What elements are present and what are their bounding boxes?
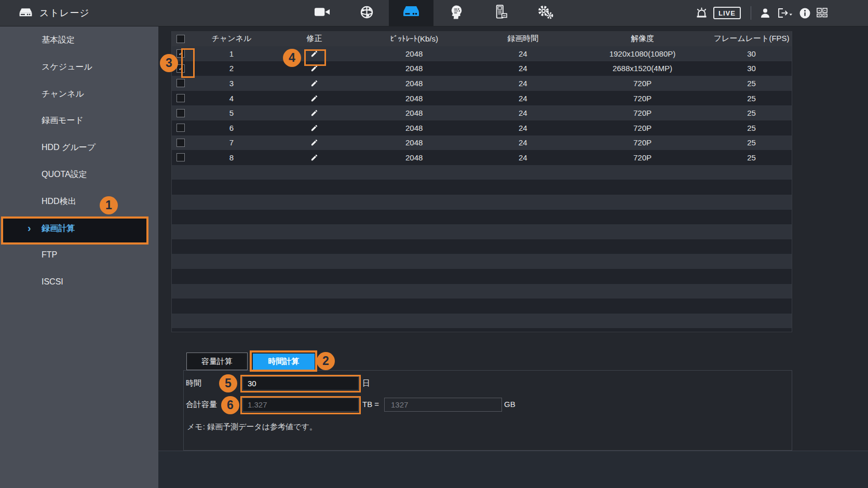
fps-cell: 30 — [711, 61, 792, 76]
nav-camera-tab[interactable] — [300, 0, 344, 26]
sidebar-item-label: 録画モード — [42, 115, 84, 126]
sidebar-item-4[interactable]: 録画モード — [0, 110, 158, 131]
camera-icon — [314, 5, 331, 21]
fps-cell: 25 — [711, 135, 792, 151]
channel-cell: 2 — [190, 61, 273, 76]
network-icon — [359, 4, 375, 22]
nav-device-tab[interactable] — [478, 0, 523, 26]
sidebar-item-label: QUOTA設定 — [42, 169, 87, 180]
row-checkbox[interactable] — [177, 153, 185, 161]
sidebar-item-3[interactable]: チャンネル — [0, 83, 158, 105]
live-button[interactable]: LIVE — [713, 7, 741, 19]
sidebar-item-label: 録画計算 — [42, 223, 75, 234]
sidebar-item-label: チャンネル — [42, 89, 84, 100]
table-row: 5204824720P25 — [172, 105, 792, 120]
edit-icon[interactable] — [310, 50, 318, 58]
nav-settings-tab[interactable] — [523, 0, 567, 26]
info-icon[interactable] — [799, 0, 810, 26]
resolution-cell: 720P — [574, 120, 712, 135]
sidebar-item-5[interactable]: HDD グループ — [0, 137, 158, 158]
gear-icon — [536, 4, 554, 22]
page-title: ストレージ — [39, 0, 90, 26]
tab-time-calc[interactable]: 時間計算 — [253, 354, 315, 370]
tb-equals-label: TB = — [362, 400, 379, 409]
fps-cell: 25 — [711, 150, 792, 165]
bitrate-cell: 2048 — [356, 76, 472, 91]
memo-note: メモ: 録画予測データは参考値です。 — [187, 422, 317, 432]
sidebar-item-label: HDD グループ — [42, 142, 96, 153]
row-checkbox[interactable] — [177, 109, 185, 117]
row-checkbox[interactable] — [177, 49, 185, 58]
edit-icon[interactable] — [310, 79, 318, 87]
channel-table: チャンネル修正ﾋﾞｯﾄﾚｰﾄ(Kb/s)録画時間解像度フレームレート(FPS) … — [171, 31, 792, 332]
time-days-input[interactable] — [242, 376, 359, 390]
capacity-tb-input — [242, 398, 359, 412]
sidebar-item-9[interactable]: FTP — [0, 244, 158, 266]
header-cell: チャンネル — [190, 31, 273, 46]
edit-icon[interactable] — [310, 94, 318, 102]
edit-icon[interactable] — [310, 124, 318, 132]
resolution-cell: 720P — [574, 135, 712, 151]
rec_time-cell: 24 — [472, 120, 574, 135]
rec_time-cell: 24 — [472, 105, 574, 120]
bitrate-cell: 2048 — [356, 91, 472, 106]
sidebar-item-1[interactable]: 基本設定 — [0, 29, 158, 51]
nav-storage-tab[interactable] — [389, 0, 433, 26]
sidebar-item-6[interactable]: QUOTA設定 — [0, 164, 158, 185]
edit-cell — [273, 135, 356, 151]
user-icon[interactable] — [759, 0, 771, 26]
table-body: 12048241920x1080(1080P)3022048242688x152… — [172, 46, 792, 332]
qr-code-icon[interactable] — [816, 0, 828, 26]
edit-cell — [273, 120, 356, 135]
logout-icon[interactable] — [777, 0, 793, 26]
sidebar-item-label: HDD検出 — [42, 196, 76, 207]
edit-cell — [273, 61, 356, 76]
edit-cell — [273, 91, 356, 106]
rec_time-cell: 24 — [472, 135, 574, 151]
sidebar-item-8[interactable]: ›録画計算 — [0, 218, 158, 239]
rec_time-cell: 24 — [472, 61, 574, 76]
rec_time-cell: 24 — [472, 91, 574, 106]
nav-ai-tab[interactable] — [433, 0, 478, 26]
edit-cell — [273, 46, 356, 61]
edit-icon[interactable] — [310, 139, 318, 146]
bitrate-cell: 2048 — [356, 150, 472, 165]
row-checkbox[interactable] — [177, 79, 185, 87]
channel-cell: 6 — [190, 120, 273, 135]
sidebar-item-7[interactable]: HDD検出 — [0, 191, 158, 212]
annotation-badge-2: 2 — [317, 352, 335, 370]
bitrate-cell: 2048 — [356, 105, 472, 120]
edit-icon[interactable] — [310, 109, 318, 117]
sidebar-item-label: スケジュール — [42, 62, 92, 73]
resolution-cell: 720P — [574, 76, 712, 91]
sidebar-item-label: FTP — [42, 250, 57, 260]
total-capacity-label: 合計容量 — [186, 400, 217, 410]
table-header: チャンネル修正ﾋﾞｯﾄﾚｰﾄ(Kb/s)録画時間解像度フレームレート(FPS) — [172, 31, 792, 46]
fps-cell: 30 — [711, 46, 792, 61]
table-row: 22048242688x1520(4MP)30 — [172, 61, 792, 76]
table-row: 4204824720P25 — [172, 91, 792, 106]
table-row: 6204824720P25 — [172, 120, 792, 135]
rec_time-cell: 24 — [472, 150, 574, 165]
row-checkbox[interactable] — [177, 124, 185, 132]
edit-cell — [273, 105, 356, 120]
table-row: 12048241920x1080(1080P)30 — [172, 46, 792, 61]
rec_time-cell: 24 — [472, 46, 574, 61]
chevron-right-icon: › — [28, 222, 31, 234]
nav-network-tab[interactable] — [344, 0, 389, 26]
tab-capacity-calc[interactable]: 容量計算 — [186, 353, 248, 370]
row-checkbox[interactable] — [177, 139, 185, 147]
topbar-divider — [751, 6, 751, 20]
sidebar-item-2[interactable]: スケジュール — [0, 56, 158, 78]
edit-icon[interactable] — [310, 64, 318, 72]
header-cell: フレームレート(FPS) — [711, 31, 792, 46]
edit-icon[interactable] — [310, 154, 318, 161]
row-checkbox[interactable] — [177, 64, 185, 73]
fps-cell: 25 — [711, 76, 792, 91]
row-checkbox[interactable] — [177, 94, 185, 102]
select-all-checkbox[interactable] — [177, 35, 185, 43]
bitrate-cell: 2048 — [356, 135, 472, 151]
top-bar: ストレージ — [0, 0, 868, 26]
alarm-icon[interactable] — [695, 0, 709, 26]
sidebar-item-10[interactable]: ISCSI — [0, 271, 158, 293]
